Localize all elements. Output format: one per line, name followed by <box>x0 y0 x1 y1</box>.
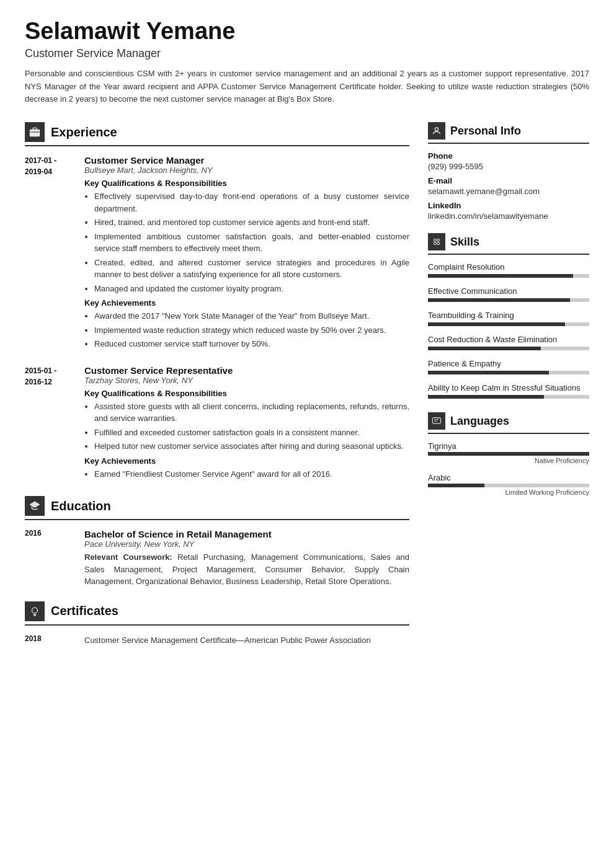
cert-description: Customer Service Management Certificate—… <box>84 634 371 647</box>
personal-info-section: Personal Info Phone (929) 999-5595 E-mai… <box>428 122 589 221</box>
resume-container: Selamawit Yemane Customer Service Manage… <box>0 0 614 868</box>
list-item: Implemented waste reduction strategy whi… <box>94 324 409 337</box>
lang-label-1: Limited Working Proficiency <box>428 489 589 496</box>
lang-bar-fill-1 <box>428 484 484 487</box>
entry-2-qualifications: Assisted store guests with all client co… <box>84 401 409 453</box>
edu-degree: Bachelor of Science in Retail Management <box>84 529 409 539</box>
cert-year: 2018 <box>25 634 74 647</box>
languages-section: Languages Tigrinya Native Proficiency Ar… <box>428 412 589 496</box>
skill-name-0: Complaint Resolution <box>428 262 589 272</box>
svg-rect-0 <box>30 130 40 136</box>
lang-bar-1 <box>428 484 589 487</box>
entry-2-ach-heading: Key Achievements <box>84 456 409 466</box>
entry-1-company: Bullseye Mart, Jackson Heights, NY <box>84 166 409 175</box>
list-item: Helped tutor new customer service associ… <box>94 440 409 453</box>
linkedin-label: LinkedIn <box>428 201 589 210</box>
skill-name-2: Teambuilding & Training <box>428 311 589 320</box>
list-item: Reduced customer service staff turnover … <box>94 338 409 350</box>
list-item: Assisted store guests with all client co… <box>94 401 409 425</box>
entry-1-qual-heading: Key Qualifications & Responsibilities <box>84 179 409 188</box>
lang-item-0: Tigrinya Native Proficiency <box>428 441 589 464</box>
entry-1-achievements: Awarded the 2017 "New York State Manager… <box>84 310 409 350</box>
phone-label: Phone <box>428 151 589 161</box>
candidate-title: Customer Service Manager <box>25 47 589 60</box>
lang-bar-0 <box>428 452 589 456</box>
phone-value: (929) 999-5595 <box>428 162 589 171</box>
certificates-section-title: Certificates <box>25 601 409 626</box>
email-label: E-mail <box>428 176 589 185</box>
skill-bar-bg-3 <box>428 347 589 350</box>
education-section-title: Education <box>25 496 409 520</box>
list-item: Fulfilled and exceeded customer satisfac… <box>94 427 409 439</box>
right-column: Personal Info Phone (929) 999-5595 E-mai… <box>428 122 589 660</box>
entry-2-content: Customer Service Representative Tarzhay … <box>84 365 409 483</box>
lang-label-0: Native Proficiency <box>428 457 589 464</box>
education-section: Education 2016 Bachelor of Science in Re… <box>25 496 409 588</box>
edu-coursework: Relevant Coursework: Retail Purchasing, … <box>84 551 409 588</box>
skill-name-1: Effective Communication <box>428 286 589 296</box>
skill-bar-bg-5 <box>428 395 589 399</box>
experience-entry-2: 2015-01 - 2016-12 Customer Service Repre… <box>25 365 409 483</box>
experience-label: Experience <box>51 125 117 140</box>
experience-entry-1: 2017-01 - 2019-04 Customer Service Manag… <box>25 155 409 353</box>
list-item: Awarded the 2017 "New York State Manager… <box>94 310 409 322</box>
skill-bar-bg-0 <box>428 274 589 278</box>
skill-bar-fill-1 <box>428 298 570 302</box>
entry-1-qualifications: Effectively supervised day-to-day front-… <box>84 190 409 294</box>
entry-1-dates: 2017-01 - 2019-04 <box>25 155 74 353</box>
candidate-summary: Personable and conscientious CSM with 2+… <box>25 68 589 106</box>
svg-point-9 <box>437 239 440 242</box>
lang-name-0: Tigrinya <box>428 441 589 451</box>
cert-entry-1: 2018 Customer Service Management Certifi… <box>25 634 409 647</box>
skill-bar-fill-5 <box>428 395 544 399</box>
skills-label: Skills <box>450 236 479 249</box>
experience-section: Experience 2017-01 - 2019-04 Customer Se… <box>25 122 409 482</box>
languages-label: Languages <box>450 415 509 428</box>
entry-2-qual-heading: Key Qualifications & Responsibilities <box>84 389 409 398</box>
svg-point-5 <box>32 608 38 613</box>
list-item: Hired, trained, and mentored top custome… <box>94 216 409 229</box>
certificates-section: Certificates 2018 Customer Service Manag… <box>25 601 409 647</box>
list-item: Created, edited, and altered customer se… <box>94 257 409 281</box>
edu-content: Bachelor of Science in Retail Management… <box>84 529 409 588</box>
svg-point-8 <box>434 239 436 242</box>
svg-rect-2 <box>33 128 37 130</box>
entry-1-content: Customer Service Manager Bullseye Mart, … <box>84 155 409 353</box>
personal-info-label: Personal Info <box>450 125 521 138</box>
lang-bar-fill-0 <box>428 452 589 456</box>
skills-title: Skills <box>428 233 589 255</box>
skill-item-4: Patience & Empathy <box>428 359 589 374</box>
skill-name-4: Patience & Empathy <box>428 359 589 368</box>
svg-point-7 <box>435 128 438 131</box>
entry-2-achievements: Earned "Friendliest Customer Service Age… <box>84 468 409 480</box>
skill-bar-fill-0 <box>428 274 573 278</box>
certificates-icon <box>25 601 45 621</box>
entry-1-ach-heading: Key Achievements <box>84 298 409 308</box>
linkedin-value: linkedin.com/in/selamawityemane <box>428 211 589 221</box>
lang-item-1: Arabic Limited Working Proficiency <box>428 473 589 496</box>
svg-point-10 <box>434 242 436 245</box>
entry-1-title: Customer Service Manager <box>84 155 409 166</box>
entry-2-dates: 2015-01 - 2016-12 <box>25 365 74 483</box>
main-body: Experience 2017-01 - 2019-04 Customer Se… <box>25 122 589 660</box>
education-label: Education <box>51 499 111 513</box>
svg-marker-4 <box>30 502 40 507</box>
experience-icon <box>25 122 45 142</box>
list-item: Managed and updated the customer loyalty… <box>94 283 409 295</box>
skill-bar-bg-1 <box>428 298 589 302</box>
skill-bar-bg-2 <box>428 322 589 326</box>
certificates-label: Certificates <box>51 604 118 618</box>
entry-2-company: Tarzhay Stores, New York, NY <box>84 376 409 385</box>
skill-bar-fill-4 <box>428 371 549 374</box>
lang-name-1: Arabic <box>428 473 589 482</box>
skill-name-5: Ability to Keep Calm in Stressful Situat… <box>428 383 589 392</box>
skill-item-2: Teambuilding & Training <box>428 311 589 326</box>
skill-bar-bg-4 <box>428 371 589 374</box>
svg-rect-12 <box>432 418 440 423</box>
email-value: selamawit.yemane@gmail.com <box>428 187 589 196</box>
edu-school: Pace University, New York, NY <box>84 539 409 549</box>
header-section: Selamawit Yemane Customer Service Manage… <box>25 19 589 106</box>
coursework-label: Relevant Coursework: <box>84 552 172 562</box>
left-column: Experience 2017-01 - 2019-04 Customer Se… <box>25 122 409 660</box>
experience-section-title: Experience <box>25 122 409 146</box>
